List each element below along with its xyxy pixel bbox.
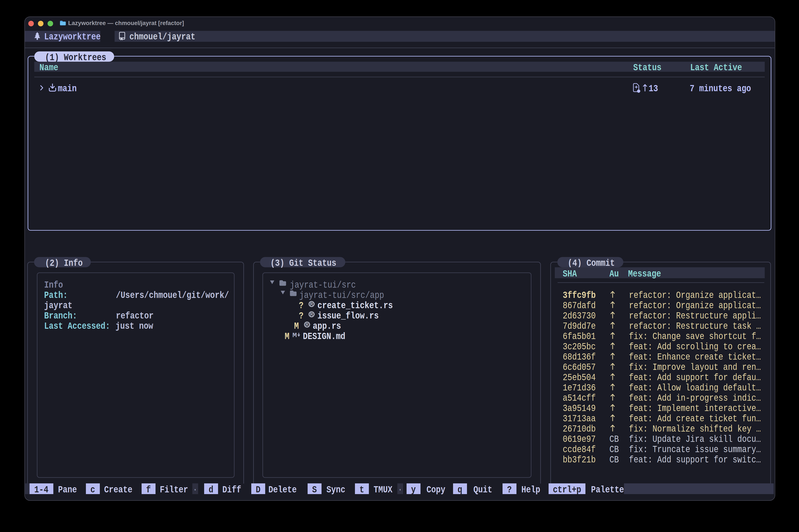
svg-text:R: R — [310, 302, 313, 306]
svg-text:R: R — [306, 323, 308, 327]
svg-text:M: M — [292, 332, 297, 339]
svg-text:R: R — [310, 312, 313, 317]
